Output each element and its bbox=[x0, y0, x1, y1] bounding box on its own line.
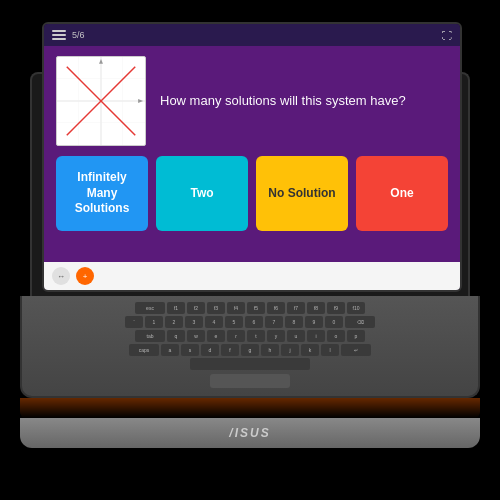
key-w[interactable]: w bbox=[187, 330, 205, 342]
key-9[interactable]: 9 bbox=[305, 316, 323, 328]
answer-two[interactable]: Two bbox=[156, 156, 248, 231]
key-f8[interactable]: f8 bbox=[307, 302, 325, 314]
answer-one[interactable]: One bbox=[356, 156, 448, 231]
fullscreen-button[interactable]: ⛶ bbox=[442, 30, 452, 41]
question-area: How many solutions will this system have… bbox=[56, 56, 448, 146]
key-f5[interactable]: f5 bbox=[247, 302, 265, 314]
svg-marker-9 bbox=[138, 99, 143, 103]
key-6[interactable]: 6 bbox=[245, 316, 263, 328]
key-0[interactable]: 0 bbox=[325, 316, 343, 328]
svg-marker-8 bbox=[99, 59, 103, 64]
key-l[interactable]: l bbox=[321, 344, 339, 356]
key-g[interactable]: g bbox=[241, 344, 259, 356]
question-text: How many solutions will this system have… bbox=[160, 92, 448, 110]
key-caps[interactable]: caps bbox=[129, 344, 159, 356]
move-button[interactable]: ↔ bbox=[52, 267, 70, 285]
key-f[interactable]: f bbox=[221, 344, 239, 356]
key-5[interactable]: 5 bbox=[225, 316, 243, 328]
key-tab[interactable]: tab bbox=[135, 330, 165, 342]
key-y[interactable]: y bbox=[267, 330, 285, 342]
key-d[interactable]: d bbox=[201, 344, 219, 356]
taskbar-row: esc f1 f2 f3 f4 f5 f6 f7 f8 f9 f10 bbox=[32, 302, 468, 314]
key-backtick[interactable]: ` bbox=[125, 316, 143, 328]
key-f1[interactable]: f1 bbox=[167, 302, 185, 314]
key-u[interactable]: u bbox=[287, 330, 305, 342]
key-q[interactable]: q bbox=[167, 330, 185, 342]
key-backspace[interactable]: ⌫ bbox=[345, 316, 375, 328]
key-space[interactable] bbox=[190, 358, 310, 370]
key-2[interactable]: 2 bbox=[165, 316, 183, 328]
hamburger-icon[interactable] bbox=[52, 30, 66, 40]
key-7[interactable]: 7 bbox=[265, 316, 283, 328]
answer-infinitely-many[interactable]: Infinitely ManySolutions bbox=[56, 156, 148, 231]
graph-container bbox=[56, 56, 146, 146]
main-content: How many solutions will this system have… bbox=[44, 46, 460, 262]
laptop-base: /ISUS bbox=[20, 418, 480, 448]
key-f7[interactable]: f7 bbox=[287, 302, 305, 314]
key-f4[interactable]: f4 bbox=[227, 302, 245, 314]
key-1[interactable]: 1 bbox=[145, 316, 163, 328]
key-k[interactable]: k bbox=[301, 344, 319, 356]
keyboard-glow bbox=[20, 398, 480, 418]
answer-no-solution[interactable]: No Solution bbox=[256, 156, 348, 231]
key-e[interactable]: e bbox=[207, 330, 225, 342]
key-f6[interactable]: f6 bbox=[267, 302, 285, 314]
question-counter: 5/6 bbox=[72, 30, 85, 40]
key-r[interactable]: r bbox=[227, 330, 245, 342]
top-bar: 5/6 ⛶ bbox=[44, 24, 460, 46]
key-f9[interactable]: f9 bbox=[327, 302, 345, 314]
touchpad[interactable] bbox=[210, 374, 290, 388]
key-f10[interactable]: f10 bbox=[347, 302, 365, 314]
key-h[interactable]: h bbox=[261, 344, 279, 356]
key-enter[interactable]: ↵ bbox=[341, 344, 371, 356]
bottom-toolbar: ↔ + bbox=[44, 262, 460, 290]
key-a[interactable]: a bbox=[161, 344, 179, 356]
asus-logo: /ISUS bbox=[229, 426, 270, 440]
key-4[interactable]: 4 bbox=[205, 316, 223, 328]
key-esc[interactable]: esc bbox=[135, 302, 165, 314]
key-t[interactable]: t bbox=[247, 330, 265, 342]
key-o[interactable]: o bbox=[327, 330, 345, 342]
key-j[interactable]: j bbox=[281, 344, 299, 356]
key-p[interactable]: p bbox=[347, 330, 365, 342]
key-f2[interactable]: f2 bbox=[187, 302, 205, 314]
key-8[interactable]: 8 bbox=[285, 316, 303, 328]
key-f3[interactable]: f3 bbox=[207, 302, 225, 314]
laptop-screen: 5/6 ⛶ bbox=[42, 22, 462, 292]
zoom-button[interactable]: + bbox=[76, 267, 94, 285]
key-s[interactable]: s bbox=[181, 344, 199, 356]
keyboard-bezel: esc f1 f2 f3 f4 f5 f6 f7 f8 f9 f10 ` 1 2… bbox=[20, 296, 480, 398]
key-3[interactable]: 3 bbox=[185, 316, 203, 328]
answer-buttons: Infinitely ManySolutions Two No Solution… bbox=[56, 156, 448, 231]
key-i[interactable]: i bbox=[307, 330, 325, 342]
